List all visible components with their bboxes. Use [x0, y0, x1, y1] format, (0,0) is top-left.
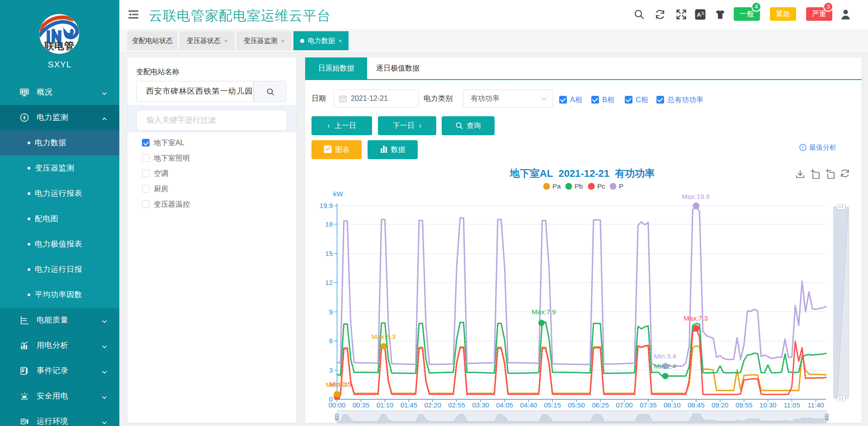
svg-text:6: 6	[329, 337, 333, 345]
svg-text:Pb: Pb	[575, 182, 583, 190]
svg-text:Pa: Pa	[552, 182, 561, 190]
svg-text:00:00: 00:00	[329, 401, 346, 409]
svg-text:P: P	[619, 182, 623, 190]
svg-text:08:45: 08:45	[688, 401, 705, 409]
svg-text:10:30: 10:30	[760, 401, 777, 409]
svg-text:07:35: 07:35	[640, 401, 657, 409]
svg-text:Pc: Pc	[597, 182, 605, 190]
svg-text:03:30: 03:30	[472, 401, 489, 409]
svg-text:11:40: 11:40	[807, 401, 824, 409]
svg-text:18: 18	[325, 220, 333, 228]
svg-text:地下室AL 2021-12-21 有功功率: 地下室AL 2021-12-21 有功功率	[509, 168, 655, 179]
svg-text:06:25: 06:25	[592, 401, 609, 409]
svg-text:05:15: 05:15	[544, 401, 561, 409]
svg-text:04:40: 04:40	[520, 401, 537, 409]
svg-text:01:45: 01:45	[401, 401, 418, 409]
svg-text:02:20: 02:20	[425, 401, 442, 409]
svg-text:3: 3	[329, 366, 333, 374]
svg-text:09:20: 09:20	[712, 401, 729, 409]
svg-text:联电管: 联电管	[44, 40, 74, 52]
svg-text:15: 15	[325, 250, 333, 257]
svg-text:Max:19.9: Max:19.9	[682, 193, 710, 200]
svg-text:01:10: 01:10	[377, 401, 394, 409]
svg-text:12: 12	[325, 279, 333, 286]
svg-text:00:35: 00:35	[353, 401, 370, 409]
svg-text:Max:5.3: Max:5.3	[372, 333, 396, 341]
svg-text:08:10: 08:10	[664, 401, 681, 409]
svg-text:Min:3.4: Min:3.4	[654, 352, 676, 360]
svg-text:文: 文	[701, 11, 705, 15]
svg-text:11:05: 11:05	[783, 401, 800, 409]
svg-text:02:55: 02:55	[448, 401, 465, 409]
svg-text:04:05: 04:05	[496, 401, 513, 409]
svg-text:Min:2.4: Min:2.4	[654, 362, 676, 370]
svg-text:Min:0.4: Min:0.4	[326, 381, 348, 388]
svg-text:9: 9	[329, 308, 333, 316]
svg-text:Max:7.3: Max:7.3	[684, 314, 708, 322]
svg-text:05:50: 05:50	[568, 401, 585, 409]
svg-text:07:00: 07:00	[616, 401, 633, 409]
svg-text:09:55: 09:55	[736, 401, 753, 409]
svg-text:19.9: 19.9	[320, 202, 333, 209]
svg-text:Max:7.9: Max:7.9	[532, 308, 556, 316]
svg-text:kW: kW	[333, 190, 344, 198]
